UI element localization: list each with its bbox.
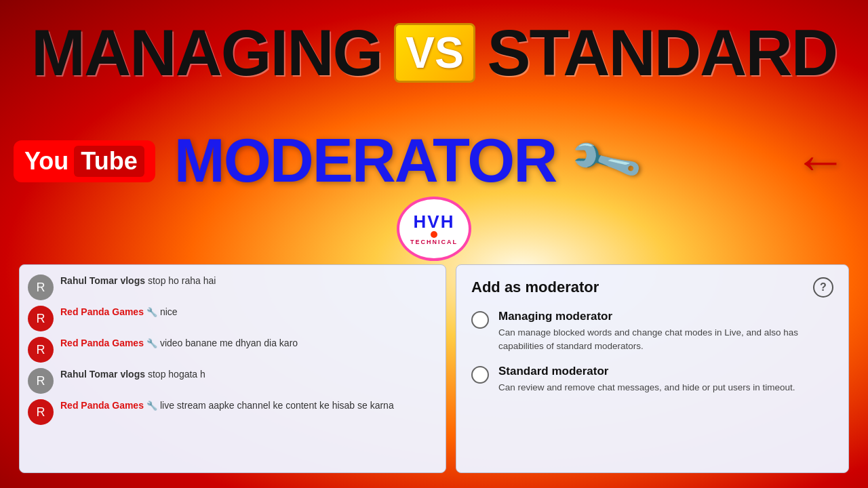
chat-content: Rahul Tomar vlogs stop hogata h (60, 368, 205, 382)
chat-message-text: live stream aapke channel ke content ke … (160, 399, 394, 413)
help-label: ? (820, 281, 827, 293)
chat-item: RRed Panda Games 🔧 nice (28, 306, 437, 331)
mod-option-title-managing: Managing moderator (498, 310, 833, 323)
mod-option-content-managing: Managing moderatorCan manage blocked wor… (498, 310, 833, 352)
mod-option-content-standard: Standard moderatorCan review and remove … (498, 365, 833, 394)
help-button[interactable]: ? (813, 277, 833, 298)
mod-header: Add as moderator ? (471, 277, 833, 298)
chat-item: RRahul Tomar vlogs stop ho raha hai (28, 274, 437, 300)
avatar: R (28, 399, 54, 425)
chat-username: Red Panda Games (60, 337, 144, 350)
youtube-tube: Tube (74, 146, 144, 177)
hvh-technical: TECHNICAL (410, 239, 458, 245)
avatar: R (28, 306, 54, 331)
hvh-logo-inner: HVH TECHNICAL (397, 197, 471, 261)
mod-option-desc-standard: Can review and remove chat messages, and… (498, 381, 833, 394)
mod-option-standard[interactable]: Standard moderatorCan review and remove … (471, 365, 833, 394)
mod-title: Add as moderator (471, 279, 599, 296)
mod-wrench-icon: 🔧 (146, 338, 157, 350)
panels-area: RRahul Tomar vlogs stop ho raha haiRRed … (0, 264, 868, 488)
mod-option-managing[interactable]: Managing moderatorCan manage blocked wor… (471, 310, 833, 352)
chat-item: RRed Panda Games 🔧 live stream aapke cha… (28, 399, 437, 425)
avatar: R (28, 337, 54, 363)
title-area: MANAGING VS STANDARD (0, 0, 868, 105)
chat-message-text: nice (160, 306, 178, 319)
standard-title: STANDARD (488, 16, 837, 90)
youtube-you: You (24, 147, 68, 176)
mod-wrench-icon: 🔧 (146, 400, 157, 412)
hvh-text: HVH (414, 213, 455, 230)
avatar: R (28, 274, 54, 300)
mod-option-desc-managing: Can manage blocked words and change chat… (498, 326, 833, 352)
moderator-panel: Add as moderator ? Managing moderatorCan… (456, 264, 849, 473)
mod-wrench-icon: 🔧 (146, 306, 157, 319)
chat-content: Red Panda Games 🔧 nice (60, 306, 178, 319)
chat-panel: RRahul Tomar vlogs stop ho raha haiRRed … (19, 264, 446, 473)
avatar: R (28, 368, 54, 394)
chat-message-text: stop hogata h (148, 368, 205, 382)
chat-content: Red Panda Games 🔧 live stream aapke chan… (60, 399, 394, 413)
vs-badge: VS (394, 23, 475, 83)
chat-username: Rahul Tomar vlogs (60, 368, 145, 382)
youtube-logo: You Tube (14, 140, 155, 182)
chat-content: Rahul Tomar vlogs stop ho raha hai (60, 274, 216, 288)
chat-username: Rahul Tomar vlogs (60, 274, 145, 288)
chat-item: RRed Panda Games 🔧 video banane me dhyan… (28, 337, 437, 363)
chat-item: RRahul Tomar vlogs stop hogata h (28, 368, 437, 394)
radio-standard[interactable] (471, 366, 489, 384)
chat-username: Red Panda Games (60, 306, 144, 319)
chat-message-text: stop ho raha hai (148, 274, 216, 288)
vs-label: VS (406, 28, 463, 78)
managing-title: MANAGING (31, 16, 382, 90)
mod-option-title-standard: Standard moderator (498, 365, 833, 378)
moderator-label: MODERATOR (174, 126, 557, 196)
hvh-logo: HVH TECHNICAL (397, 197, 471, 261)
wrench-icon: 🔧 (565, 121, 646, 201)
chat-message-text: video banane me dhyan dia karo (160, 337, 298, 350)
chat-username: Red Panda Games (60, 399, 144, 413)
chat-content: Red Panda Games 🔧 video banane me dhyan … (60, 337, 298, 350)
arrow-icon: ← (793, 130, 848, 192)
radio-managing[interactable] (471, 311, 489, 329)
hvh-dot (431, 231, 437, 238)
